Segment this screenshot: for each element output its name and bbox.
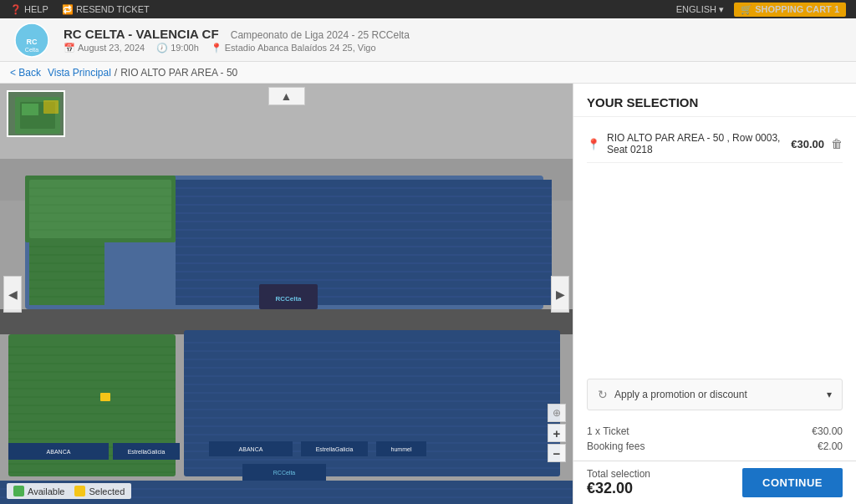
- delete-selection-button[interactable]: 🗑: [831, 137, 843, 150]
- seat-location-icon: 📍: [587, 138, 600, 150]
- cart-count: 1: [834, 4, 839, 14]
- breadcrumb-separator2: /: [115, 67, 117, 79]
- seat-legend: Available Selected: [7, 483, 131, 499]
- promo-section: ↻ Apply a promotion or discount ▾: [587, 379, 843, 410]
- right-panel: YOUR SELECTION 📍 RIO ALTO PAR AREA - 50 …: [573, 84, 856, 504]
- svg-text:hummel: hummel: [391, 446, 412, 452]
- match-venue: 📍 Estadio Abanca Balaídos 24 25, Vigo: [211, 43, 376, 53]
- match-date: 📅 August 23, 2024: [64, 43, 145, 53]
- venue-label: Estadio Abanca Balaídos 24 25, Vigo: [225, 43, 376, 53]
- location-icon: 📍: [211, 43, 222, 53]
- svg-text:RCCelta: RCCelta: [275, 295, 302, 303]
- available-legend: Available: [13, 486, 64, 496]
- selected-label: Selected: [89, 486, 125, 496]
- available-dot: [13, 486, 24, 496]
- top-navigation-bar: ❓ HELP 🔁 RESEND TICKET ENGLISH ▾ 🛒 SHOPP…: [0, 0, 856, 18]
- ticket-price-label: 1 x Ticket: [587, 425, 629, 437]
- svg-rect-94: [43, 100, 59, 114]
- topbar-right: ENGLISH ▾ 🛒 SHOPPING CART 1: [676, 3, 846, 17]
- svg-text:ABANCA: ABANCA: [47, 449, 71, 455]
- total-amount: €32.00: [587, 480, 650, 497]
- match-header: RC Celta RC CELTA - VALENCIA CF Campeona…: [0, 18, 856, 62]
- promo-expand-icon: ▾: [827, 389, 832, 400]
- promo-icon: ↻: [598, 388, 608, 401]
- available-label: Available: [28, 486, 64, 496]
- zoom-controls: ⊕ + −: [548, 404, 566, 462]
- current-section: RIO ALTO PAR AREA - 50: [120, 67, 237, 79]
- shopping-cart-button[interactable]: 🛒 SHOPPING CART 1: [734, 3, 846, 17]
- continue-button[interactable]: CONTINUE: [742, 468, 843, 497]
- selection-item: 📍 RIO ALTO PAR AREA - 50 , Row 0003, Sea…: [587, 125, 843, 163]
- svg-text:ABANCA: ABANCA: [239, 446, 263, 452]
- calendar-icon: 📅: [64, 43, 75, 53]
- compass-icon: ⊕: [553, 407, 561, 419]
- vs-separator: -: [128, 27, 132, 41]
- total-row: Total selection €32.00 CONTINUE: [573, 461, 856, 504]
- resend-ticket-link[interactable]: 🔁 RESEND TICKET: [62, 4, 150, 15]
- svg-text:RC: RC: [27, 38, 38, 46]
- right-arrow-icon: ▶: [556, 288, 565, 301]
- date-label: August 23, 2024: [78, 43, 145, 53]
- scroll-up-button[interactable]: ▲: [268, 87, 305, 105]
- pricing-summary: 1 x Ticket €30.00 Booking fees €2.00: [573, 417, 856, 461]
- stadium-view[interactable]: RCCelta: [0, 84, 573, 504]
- seat-price: €30.00: [791, 138, 824, 150]
- zoom-in-button[interactable]: +: [548, 424, 566, 442]
- away-team: VALENCIA CF: [135, 27, 218, 41]
- seat-location-text: RIO ALTO PAR AREA - 50 , Row 0003, Seat …: [607, 132, 784, 155]
- cart-label: SHOPPING CART: [755, 4, 832, 14]
- zoom-out-button[interactable]: −: [548, 444, 566, 462]
- help-link[interactable]: ❓ HELP: [10, 4, 48, 15]
- up-arrow-icon: ▲: [281, 89, 293, 103]
- selection-list: 📍 RIO ALTO PAR AREA - 50 , Row 0003, Sea…: [573, 117, 856, 372]
- svg-text:EstrellаGalicia: EstrellаGalicia: [316, 446, 354, 452]
- vista-principal-link[interactable]: Vista Principal: [48, 67, 111, 79]
- match-info-block: RC CELTA - VALENCIA CF Campeonato de Lig…: [64, 27, 843, 53]
- breadcrumb: < Back Vista Principal / RIO ALTO PAR AR…: [0, 62, 856, 84]
- promo-toggle[interactable]: ↻ Apply a promotion or discount ▾: [588, 379, 842, 410]
- stadium-map[interactable]: RCCelta: [0, 84, 573, 504]
- home-team: RC CELTA: [64, 27, 125, 41]
- booking-fee-value: €2.00: [818, 440, 843, 452]
- competition-name: Campeonato de Liga 2024 - 25 RCCelta: [231, 29, 410, 41]
- club-logo: RC Celta: [13, 22, 50, 59]
- scroll-right-button[interactable]: ▶: [551, 276, 569, 313]
- clock-icon: 🕖: [156, 43, 168, 53]
- zoom-out-icon: −: [553, 446, 561, 461]
- resend-label: RESEND TICKET: [76, 4, 150, 14]
- ticket-price-row: 1 x Ticket €30.00: [587, 425, 843, 437]
- svg-rect-8: [29, 180, 171, 238]
- left-arrow-icon: ◀: [8, 288, 18, 301]
- total-label: Total selection: [587, 468, 650, 480]
- match-meta: 📅 August 23, 2024 🕖 19:00h 📍 Estadio Aba…: [64, 43, 843, 53]
- svg-text:EstrellаGalicia: EstrellаGalicia: [128, 449, 166, 455]
- svg-text:RCCelta: RCCelta: [273, 470, 296, 476]
- promo-label: Apply a promotion or discount: [614, 389, 747, 400]
- svg-text:Celta: Celta: [25, 47, 38, 53]
- topbar-left: ❓ HELP 🔁 RESEND TICKET: [10, 4, 150, 15]
- promo-header-left: ↻ Apply a promotion or discount: [598, 388, 747, 401]
- svg-rect-15: [176, 180, 552, 305]
- ticket-price-value: €30.00: [812, 425, 843, 437]
- compass-button[interactable]: ⊕: [548, 404, 566, 422]
- main-content: RCCelta: [0, 84, 856, 504]
- selected-legend: Selected: [74, 486, 125, 496]
- language-label: ENGLISH: [676, 4, 716, 14]
- svg-rect-58: [100, 393, 110, 401]
- time-label: 19:00h: [171, 43, 199, 53]
- selected-dot: [74, 486, 85, 496]
- minimap[interactable]: [7, 90, 65, 137]
- svg-rect-95: [22, 104, 38, 115]
- booking-fee-label: Booking fees: [587, 440, 645, 452]
- total-info: Total selection €32.00: [587, 468, 650, 497]
- scroll-left-button[interactable]: ◀: [3, 276, 22, 313]
- booking-fee-row: Booking fees €2.00: [587, 440, 843, 452]
- match-time: 🕖 19:00h: [156, 43, 199, 53]
- help-label: HELP: [24, 4, 48, 14]
- match-title: RC CELTA - VALENCIA CF Campeonato de Lig…: [64, 27, 843, 41]
- back-link[interactable]: < Back: [10, 67, 41, 79]
- language-selector[interactable]: ENGLISH ▾: [676, 4, 724, 15]
- selection-header: YOUR SELECTION: [573, 84, 856, 117]
- zoom-in-icon: +: [553, 426, 561, 440]
